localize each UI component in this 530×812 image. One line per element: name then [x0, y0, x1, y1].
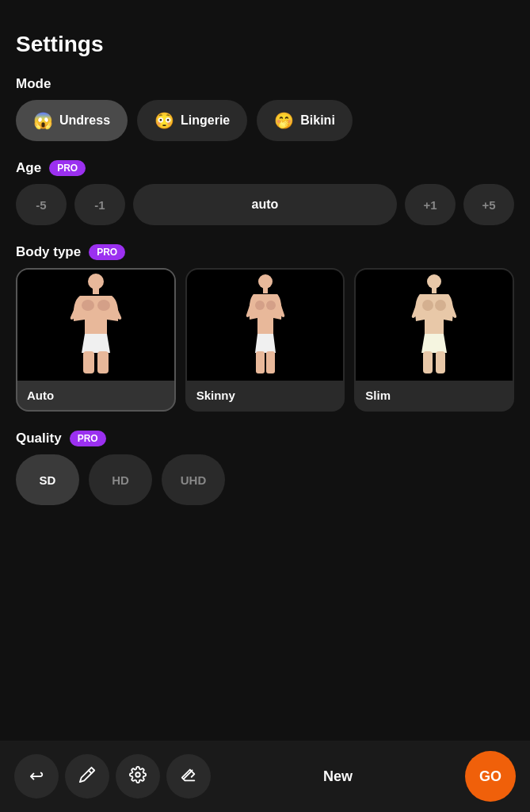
- body-type-skinny-image: [187, 270, 344, 381]
- mode-options: 😱 Undress 😳 Lingerie 🤭 Bikini: [16, 100, 514, 141]
- age-plus1-button[interactable]: +1: [405, 184, 456, 225]
- page-title: Settings: [16, 32, 514, 57]
- svg-point-6: [258, 274, 273, 289]
- toolbar-spacer: [16, 524, 514, 596]
- mode-section: Mode 😱 Undress 😳 Lingerie 🤭 Bikini: [16, 76, 514, 141]
- svg-rect-10: [256, 351, 265, 373]
- svg-rect-7: [263, 288, 268, 293]
- svg-point-12: [427, 274, 441, 289]
- body-type-slim-image: [356, 270, 513, 381]
- go-label: GO: [479, 768, 501, 785]
- svg-point-8: [255, 301, 265, 310]
- bikini-emoji: 🤭: [274, 111, 294, 130]
- bikini-label: Bikini: [300, 113, 335, 128]
- svg-rect-17: [436, 351, 445, 373]
- lingerie-emoji: 😳: [154, 111, 174, 130]
- body-type-auto-label: Auto: [17, 381, 174, 410]
- quality-section: Quality PRO SD HD UHD: [16, 431, 514, 505]
- svg-rect-13: [432, 288, 437, 293]
- age-minus5-button[interactable]: -5: [16, 184, 67, 225]
- quality-pro-badge: PRO: [70, 431, 106, 446]
- svg-rect-1: [93, 288, 99, 294]
- mode-label: Mode: [16, 76, 514, 92]
- new-label: New: [323, 768, 353, 785]
- new-button[interactable]: New: [217, 754, 459, 799]
- mode-lingerie-button[interactable]: 😳 Lingerie: [137, 100, 247, 141]
- body-type-pro-badge: PRO: [89, 244, 125, 260]
- svg-point-9: [266, 301, 276, 310]
- svg-point-3: [97, 300, 110, 311]
- quality-options: SD HD UHD: [16, 454, 514, 505]
- mode-bikini-button[interactable]: 🤭 Bikini: [257, 100, 353, 141]
- settings-page: Settings Mode 😱 Undress 😳 Lingerie 🤭 Bik…: [0, 0, 530, 812]
- body-type-skinny-label: Skinny: [187, 381, 344, 410]
- quality-uhd-button[interactable]: UHD: [162, 454, 225, 505]
- svg-rect-5: [97, 351, 109, 373]
- lingerie-label: Lingerie: [181, 113, 230, 128]
- body-type-label-row: Body type PRO: [16, 244, 514, 260]
- undress-label: Undress: [59, 113, 110, 128]
- age-label-row: Age PRO: [16, 160, 514, 176]
- body-type-skinny-card[interactable]: Skinny: [185, 268, 345, 412]
- svg-point-0: [88, 274, 104, 289]
- brush-button[interactable]: [65, 754, 109, 799]
- gear-icon: [129, 766, 147, 787]
- bottom-toolbar: ↩ New GO: [0, 741, 530, 812]
- quality-label-row: Quality PRO: [16, 431, 514, 446]
- body-type-slim-label: Slim: [356, 381, 513, 410]
- undress-emoji: 😱: [33, 111, 53, 130]
- svg-point-14: [422, 300, 433, 311]
- svg-rect-4: [83, 351, 94, 373]
- quality-hd-button[interactable]: HD: [89, 454, 152, 505]
- body-type-auto-card[interactable]: Auto: [16, 268, 176, 412]
- svg-point-18: [135, 772, 140, 777]
- brush-icon: [78, 766, 96, 787]
- age-plus5-button[interactable]: +5: [463, 184, 514, 225]
- back-button[interactable]: ↩: [14, 754, 59, 799]
- age-pro-badge: PRO: [49, 160, 86, 176]
- svg-point-15: [435, 300, 446, 311]
- age-options: -5 -1 auto +1 +5: [16, 184, 514, 225]
- quality-sd-button[interactable]: SD: [16, 454, 79, 505]
- body-type-options: Auto: [16, 268, 514, 412]
- svg-rect-11: [266, 351, 275, 373]
- svg-rect-16: [423, 351, 433, 373]
- back-icon: ↩: [29, 766, 44, 787]
- age-minus1-button[interactable]: -1: [74, 184, 125, 225]
- age-auto-button[interactable]: auto: [133, 184, 397, 225]
- body-type-auto-image: [17, 270, 174, 381]
- body-type-section: Body type PRO: [16, 244, 514, 412]
- svg-point-2: [82, 300, 94, 311]
- mode-undress-button[interactable]: 😱 Undress: [16, 100, 128, 141]
- eraser-icon: [180, 766, 197, 787]
- eraser-button[interactable]: [166, 754, 211, 799]
- gear-button[interactable]: [116, 754, 160, 799]
- body-type-slim-card[interactable]: Slim: [354, 268, 514, 412]
- go-button[interactable]: GO: [465, 751, 516, 802]
- age-section: Age PRO -5 -1 auto +1 +5: [16, 160, 514, 225]
